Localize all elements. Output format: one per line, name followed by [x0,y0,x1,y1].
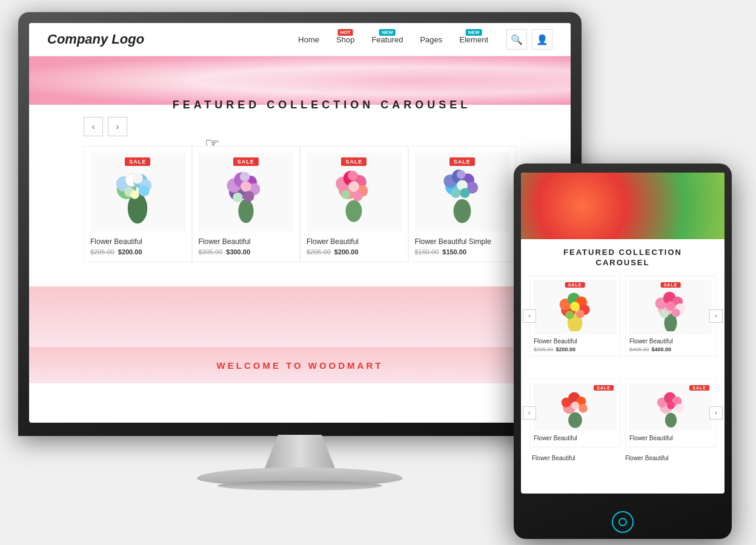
svg-point-46 [570,302,580,311]
price-new-1: $200.00 [118,248,142,256]
price-old-3: $205.00 [307,248,331,256]
price-new-4: $150.00 [442,248,466,256]
monitor-stand-neck [264,435,336,471]
products-row: SALE [84,146,516,262]
svg-point-39 [457,170,465,179]
svg-point-29 [348,171,357,180]
svg-point-63 [579,404,588,413]
tablet-product-card-2: SALE [625,276,716,357]
carousel-title: FEATURED COLLECTION CAROUSEL [127,99,516,111]
nav-item-pages[interactable]: Pages [420,35,442,44]
svg-point-18 [243,191,254,202]
nav-item-shop[interactable]: HOT Shop [336,35,354,44]
tablet-hero [521,173,724,239]
tablet-device: FEATURED COLLECTIONCAROUSEL ‹ SALE [514,164,732,539]
product-prices-2: $305.00 $300.00 [199,248,294,256]
svg-point-9 [131,190,139,199]
svg-point-65 [665,413,677,428]
svg-point-57 [672,308,680,317]
hot-badge: HOT [338,29,353,36]
tablet-carousel-section: FEATURED COLLECTIONCAROUSEL ‹ SALE [521,239,724,365]
tablet-product-card2-2: SALE Flower Beautiful [625,378,716,448]
bottom-hero [29,286,571,347]
new-badge-element: NEW [466,29,482,36]
sale-badge-1: SALE [125,157,150,166]
price-new-3: $200.00 [334,248,359,256]
svg-point-47 [565,311,574,319]
sale-badge-3: SALE [341,157,366,166]
monitor-screen: Company Logo Home HOT Shop NEW Featured … [29,23,571,423]
tablet-flower-image-2 [649,283,692,331]
tablet-prev-button[interactable]: ‹ [523,309,536,323]
tablet-product-img2-1: SALE [534,383,616,431]
tablet-next-button[interactable]: › [709,309,723,323]
tablet-flower2-1 [555,384,595,429]
price-new-2: $300.00 [226,248,250,256]
tablet-product-img2-2: SALE [629,383,712,431]
welcome-section: WELCOME TO WOODMART [29,347,571,383]
user-button[interactable]: 👤 [532,29,552,50]
carousel-next-button[interactable]: › [108,117,127,136]
svg-point-8 [139,185,150,196]
tablet2-next-button[interactable]: › [709,406,723,420]
flower-image-2 [219,159,273,225]
carousel-navigation: ‹ › [84,117,127,136]
tablet-product-image-2: SALE [629,280,712,334]
tablet-products-row-2: ‹ SALE [529,378,716,448]
tablet-hero-bg [521,173,724,239]
svg-point-16 [240,181,251,192]
svg-point-56 [660,309,669,318]
tablet-bottom-name-2: Flower Beautiful [625,455,714,461]
tablet-product-image-1: SALE [534,280,616,334]
tablet-sale-badge2-1: SALE [594,385,614,391]
nav-item-featured[interactable]: NEW Featured [371,35,403,44]
product-image-4: SALE [415,153,510,231]
price-old-4: $160.00 [415,248,439,256]
svg-point-27 [342,190,350,199]
product-image-1: SALE [90,153,185,231]
svg-point-38 [451,188,460,198]
chevron-right-icon: › [116,122,119,131]
product-name-4: Flower Beautiful Simple [415,237,510,246]
nav-item-home[interactable]: Home [298,35,319,44]
search-button[interactable]: 🔍 [506,29,527,50]
product-card-3: SALE [300,146,408,262]
monitor-stand-base [197,467,403,486]
nav-item-element[interactable]: NEW Element [459,35,488,44]
tablet-price-old-1: $205.00 [534,346,554,352]
tablet-price-old-2: $405.00 [629,346,649,352]
hero-banner-bg [29,56,571,105]
desktop-monitor: Company Logo Home HOT Shop NEW Featured … [18,12,582,454]
tablet-frame: FEATURED COLLECTIONCAROUSEL ‹ SALE [514,164,732,539]
tablet-power-button[interactable] [612,511,634,533]
tablet-flower2-2 [651,384,691,429]
tablet-price-new-2: $400.00 [652,346,672,352]
flower-image-4 [435,159,489,225]
tablet-sale-badge-2: SALE [661,282,681,288]
svg-point-17 [233,193,242,202]
main-nav: Home HOT Shop NEW Featured Pages NEW Ele… [298,35,488,44]
sale-badge-2: SALE [233,157,259,166]
svg-point-10 [238,199,253,223]
price-old-2: $305.00 [199,248,223,256]
tablet-bottom-name-1: Flower Beautiful [532,455,620,461]
svg-point-28 [353,191,362,201]
svg-point-37 [460,188,469,198]
svg-point-19 [240,172,250,182]
svg-point-71 [667,401,675,409]
svg-point-64 [571,401,579,409]
product-prices-4: $160.00 $150.00 [415,248,510,256]
price-old-1: $205.00 [90,248,114,256]
tablet2-prev-button[interactable]: ‹ [523,406,536,420]
tablet-products-row: ‹ SALE [529,276,716,357]
carousel-prev-button[interactable]: ‹ [84,117,103,136]
svg-point-26 [348,181,359,192]
svg-point-20 [346,200,362,222]
product-image-2: SALE [199,153,294,231]
product-name-2: Flower Beautiful [199,237,294,246]
search-icon: 🔍 [511,34,523,45]
welcome-text: WELCOME TO WOODMART [217,360,383,371]
product-prices-3: $205.00 $200.00 [307,248,402,256]
monitor-frame: Company Logo Home HOT Shop NEW Featured … [18,12,582,436]
svg-point-48 [576,309,585,318]
